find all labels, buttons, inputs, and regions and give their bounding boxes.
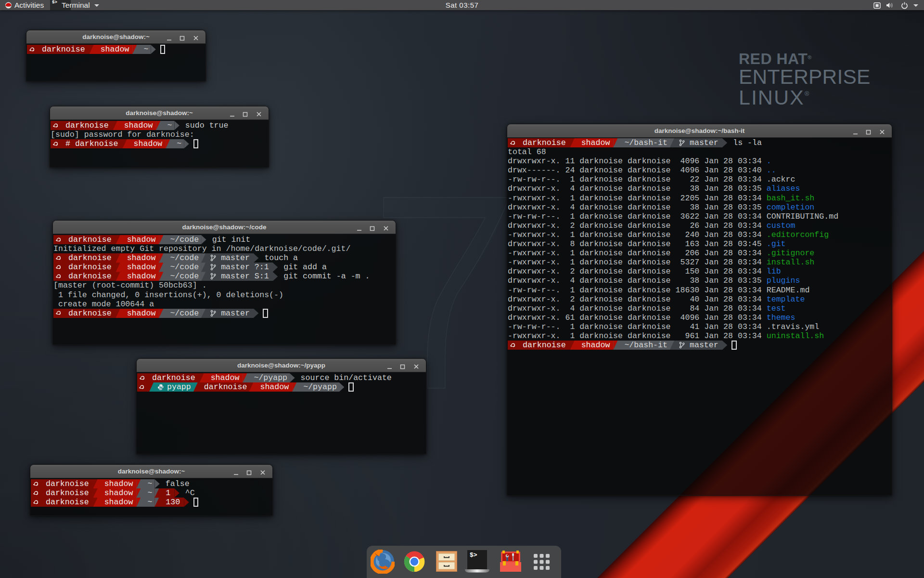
svg-text:$>: $>	[470, 552, 477, 559]
